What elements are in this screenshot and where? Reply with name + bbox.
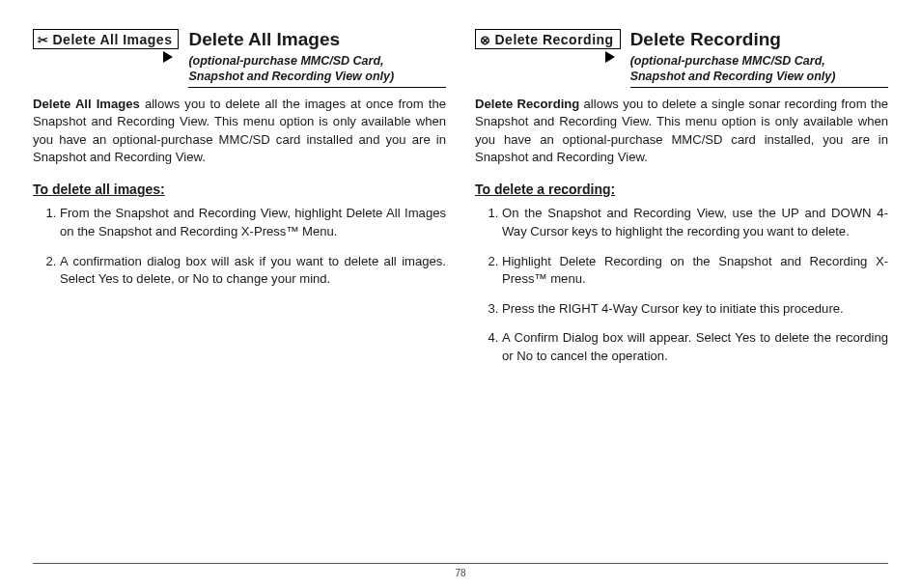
title-block: Delete Recording (optional-purchase MMC/…	[630, 27, 888, 88]
step-item: A Confirm Dialog box will appear. Select…	[502, 329, 888, 365]
manual-page: ✂ Delete All Images Delete All Images (o…	[0, 0, 921, 588]
menu-item-box: ✂ Delete All Images	[33, 29, 179, 49]
section-title: Delete All Images	[188, 27, 446, 52]
steps-list-left: From the Snapshot and Recording View, hi…	[33, 205, 446, 288]
menu-item-label: Delete Recording	[495, 31, 614, 48]
step-item: On the Snapshot and Recording View, use …	[502, 205, 888, 240]
step-item: Press the RIGHT 4-Way Cursor key to init…	[502, 300, 888, 319]
section-subtitle: (optional-purchase MMC/SD Card, Snapshot…	[188, 53, 446, 88]
steps-list-right: On the Snapshot and Recording View, use …	[475, 205, 888, 365]
howto-heading: To delete all images:	[33, 181, 446, 199]
title-block: Delete All Images (optional-purchase MMC…	[188, 27, 446, 88]
section-subtitle: (optional-purchase MMC/SD Card, Snapshot…	[630, 53, 888, 88]
howto-heading: To delete a recording:	[475, 181, 888, 199]
section-header: ✂ Delete All Images Delete All Images (o…	[33, 27, 446, 88]
section-title: Delete Recording	[630, 27, 888, 52]
right-arrow-icon	[163, 51, 173, 63]
right-column: ⊗ Delete Recording Delete Recording (opt…	[475, 27, 888, 557]
subtitle-line: Snapshot and Recording View only)	[188, 70, 394, 83]
step-item: A confirmation dialog box will ask if yo…	[60, 253, 446, 289]
intro-paragraph: Delete All Images allows you to delete a…	[33, 96, 446, 167]
left-column: ✂ Delete All Images Delete All Images (o…	[33, 27, 446, 557]
subtitle-line: Snapshot and Recording View only)	[630, 70, 836, 83]
step-item: From the Snapshot and Recording View, hi…	[60, 205, 446, 240]
content-columns: ✂ Delete All Images Delete All Images (o…	[33, 27, 888, 557]
intro-bold: Delete All Images	[33, 97, 140, 111]
menu-preview: ⊗ Delete Recording	[475, 27, 621, 63]
menu-item-label: Delete All Images	[53, 31, 173, 48]
menu-preview: ✂ Delete All Images	[33, 27, 179, 63]
delete-images-icon: ✂	[38, 34, 49, 46]
intro-bold: Delete Recording	[475, 97, 579, 111]
right-arrow-icon	[605, 51, 615, 63]
subtitle-line: (optional-purchase MMC/SD Card,	[188, 54, 383, 68]
intro-paragraph: Delete Recording allows you to delete a …	[475, 96, 888, 167]
page-footer: 78	[33, 563, 888, 578]
subtitle-line: (optional-purchase MMC/SD Card,	[630, 54, 825, 68]
delete-recording-icon: ⊗	[480, 34, 491, 46]
section-header: ⊗ Delete Recording Delete Recording (opt…	[475, 27, 888, 88]
menu-item-box: ⊗ Delete Recording	[475, 29, 621, 49]
step-item: Highlight Delete Recording on the Snapsh…	[502, 253, 888, 289]
page-number: 78	[455, 568, 465, 578]
